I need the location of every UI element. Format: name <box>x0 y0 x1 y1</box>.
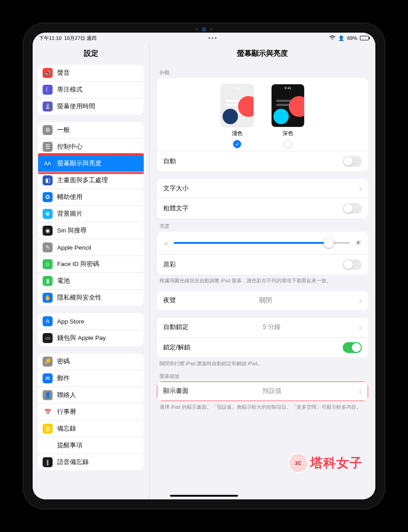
brightness-slider-row[interactable]: ☼ ☀ <box>157 232 368 254</box>
sidebar-item-label: 聲音 <box>57 69 70 77</box>
calendar-icon: 📅 <box>43 407 53 417</box>
zoom-footer: 選擇 iPad 的顯示畫面。「預設值」會顯示較大的控制項目。「更多空間」可顯示較… <box>157 401 368 412</box>
sidebar-item-pencil[interactable]: ✎Apple Pencil <box>38 239 144 256</box>
sidebar-item-voicememos[interactable]: ‖語音備忘錄 <box>38 454 144 470</box>
sidebar-item-privacy[interactable]: ✋隱私權與安全性 <box>38 289 144 306</box>
sidebar-item-appstore[interactable]: AApp Store <box>38 313 144 329</box>
cover-lock-footer: 關閉和打開 iPad 護蓋時自動鎖定和解鎖 iPad。 <box>157 358 368 368</box>
sidebar-item-notes[interactable]: ▤備忘錄 <box>38 420 144 437</box>
sidebar-item-homescreen[interactable]: ◧主畫面與多工處理 <box>38 172 144 189</box>
sidebar-item-label: 輔助使用 <box>57 193 83 201</box>
sidebar-item-label: 語音備忘錄 <box>57 458 89 466</box>
display-zoom-value: 預設值 <box>262 387 282 395</box>
appearance-dark-radio[interactable] <box>284 140 292 148</box>
sidebar-group: ⚙一般☰控制中心AA螢幕顯示與亮度◧主畫面與多工處理✪輔助使用❀背景圖片◉Sir… <box>38 122 144 306</box>
appearance-option-dark[interactable]: 9:41 深色 <box>272 84 304 148</box>
sidebar-item-general[interactable]: ⚙一般 <box>38 122 144 138</box>
bold-text-switch[interactable] <box>343 203 362 214</box>
controlcenter-icon: ☰ <box>43 142 53 152</box>
appearance-dark-thumb: 9:41 <box>272 84 304 127</box>
nightshift-card: 夜覽 關閉 <box>157 291 368 310</box>
status-bar: 下午11:10 10月27日 週四 ••• 👤 69% <box>33 33 375 44</box>
appearance-auto-row[interactable]: 自動 <box>157 151 368 171</box>
passwords-icon: 🔑 <box>43 357 53 367</box>
brightness-slider[interactable] <box>174 242 350 244</box>
sidebar-item-accessibility[interactable]: ✪輔助使用 <box>38 189 144 205</box>
sidebar-item-label: 專注模式 <box>57 86 83 94</box>
sidebar-group: 🔊聲音☾專注模式⌛螢幕使用時間 <box>38 65 144 115</box>
sidebar-item-label: 行事曆 <box>57 408 76 416</box>
truetone-switch[interactable] <box>343 259 362 270</box>
sidebar-item-reminders[interactable]: ☑提醒事項 <box>38 437 144 454</box>
sidebar-item-label: 控制中心 <box>57 143 83 151</box>
bold-text-label: 粗體文字 <box>163 204 189 213</box>
appearance-auto-label: 自動 <box>163 157 176 165</box>
status-time: 下午11:10 <box>39 35 62 42</box>
truetone-row[interactable]: 原彩 <box>157 254 368 275</box>
display-icon: AA <box>43 159 53 169</box>
appearance-light-radio[interactable]: ✓ <box>233 140 241 148</box>
sidebar-item-label: 郵件 <box>57 374 70 382</box>
cover-lock-row[interactable]: 鎖定/解鎖 <box>157 337 368 358</box>
sidebar-item-faceid[interactable]: ☺Face ID 與密碼 <box>38 256 144 272</box>
sounds-icon: 🔊 <box>43 68 53 78</box>
sidebar-item-label: 備忘錄 <box>57 425 76 433</box>
sidebar-item-label: 一般 <box>57 126 70 134</box>
screen: 下午11:10 10月27日 週四 ••• 👤 69% 設定 🔊聲音☾專注模式⌛… <box>33 33 375 499</box>
wallpaper-icon: ❀ <box>43 209 53 219</box>
bold-text-row[interactable]: 粗體文字 <box>157 198 368 218</box>
sidebar-item-contacts[interactable]: 👤聯絡人 <box>38 387 144 403</box>
sidebar-item-label: 螢幕顯示與亮度 <box>57 160 102 168</box>
sidebar-item-label: 錢包與 Apple Pay <box>57 334 106 342</box>
sidebar-item-battery[interactable]: ▮電池 <box>38 272 144 289</box>
home-indicator[interactable] <box>170 495 238 497</box>
screentime-icon: ⌛ <box>43 102 53 111</box>
sidebar-item-passwords[interactable]: 🔑密碼 <box>38 353 144 370</box>
privacy-icon: ✋ <box>43 293 53 303</box>
appearance-option-light[interactable]: 9:41 淺色 ✓ <box>221 84 253 148</box>
section-zoom-header: 螢幕縮放 <box>157 368 368 382</box>
sidebar-item-label: Face ID 與密碼 <box>57 260 99 268</box>
sidebar-item-display[interactable]: AA螢幕顯示與亮度 <box>38 155 144 172</box>
settings-sidebar: 設定 🔊聲音☾專注模式⌛螢幕使用時間⚙一般☰控制中心AA螢幕顯示與亮度◧主畫面與… <box>33 44 150 499</box>
sidebar-item-mail[interactable]: ✉郵件 <box>38 370 144 387</box>
homescreen-icon: ◧ <box>43 175 53 185</box>
truetone-footer: 根據周圍光線狀況自動調整 iPad 螢幕，讓色彩在不同的環境下都看起來一致。 <box>157 275 368 285</box>
zoom-card: 顯示畫面 預設值 <box>157 382 368 401</box>
sidebar-item-controlcenter[interactable]: ☰控制中心 <box>38 138 144 155</box>
auto-lock-row[interactable]: 自動鎖定 5 分鐘 <box>157 318 368 337</box>
cover-lock-label: 鎖定/解鎖 <box>163 343 190 352</box>
general-icon: ⚙ <box>43 125 53 135</box>
pencil-icon: ✎ <box>43 242 53 252</box>
sidebar-item-focus[interactable]: ☾專注模式 <box>38 81 144 98</box>
sidebar-item-wallpaper[interactable]: ❀背景圖片 <box>38 205 144 222</box>
nightshift-row[interactable]: 夜覽 關閉 <box>157 291 368 310</box>
watermark-brand: 3C 塔科女子 <box>289 454 363 472</box>
wallet-icon: ▭ <box>43 333 53 343</box>
section-brightness-header: 亮度 <box>157 218 368 232</box>
text-size-row[interactable]: 文字大小 <box>157 179 368 198</box>
sidebar-item-label: 電池 <box>57 277 70 285</box>
notes-icon: ▤ <box>43 424 53 434</box>
status-date: 10月27日 週四 <box>64 35 97 42</box>
sidebar-item-label: Apple Pencil <box>57 244 91 251</box>
sidebar-item-siri[interactable]: ◉Siri 與搜尋 <box>38 222 144 239</box>
detail-title: 螢幕顯示與亮度 <box>150 44 375 65</box>
appearance-auto-switch[interactable] <box>343 156 362 167</box>
sidebar-item-sounds[interactable]: 🔊聲音 <box>38 65 144 81</box>
auto-lock-label: 自動鎖定 <box>163 323 189 331</box>
cover-lock-switch[interactable] <box>343 342 362 353</box>
sidebar-item-screentime[interactable]: ⌛螢幕使用時間 <box>38 98 144 115</box>
wifi-icon <box>329 35 335 41</box>
status-battery-pct: 69% <box>347 35 357 41</box>
sidebar-item-calendar[interactable]: 📅行事曆 <box>38 403 144 420</box>
multitask-dots[interactable]: ••• <box>97 34 329 42</box>
display-zoom-row[interactable]: 顯示畫面 預設值 <box>157 382 368 401</box>
battery-icon: ▮ <box>43 276 53 286</box>
sidebar-title: 設定 <box>33 44 149 65</box>
siri-icon: ◉ <box>43 226 53 236</box>
sidebar-item-wallet[interactable]: ▭錢包與 Apple Pay <box>38 329 144 346</box>
watermark-text: 塔科女子 <box>310 455 363 472</box>
sidebar-group: AApp Store▭錢包與 Apple Pay <box>38 313 144 346</box>
appearance-light-label: 淺色 <box>232 130 243 137</box>
